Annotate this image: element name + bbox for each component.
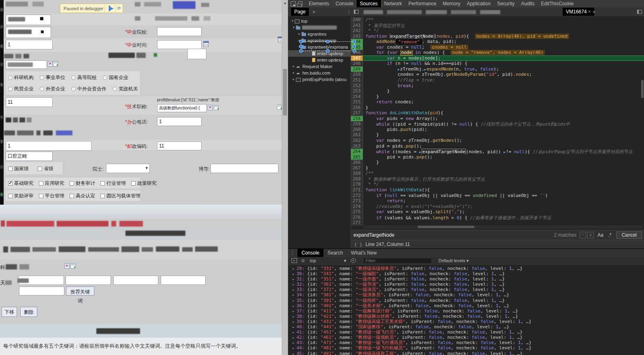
numeric-input[interactable]: [6, 141, 91, 151]
grad-school-input[interactable]: [157, 27, 202, 36]
tree-item-hm-baidu-com[interactable]: ▸hm.baidu.com: [288, 70, 351, 76]
checkbox-政策研究[interactable]: 政策研究: [131, 180, 157, 187]
postal-code-input[interactable]: [157, 141, 202, 150]
line-number[interactable]: 248: [351, 61, 363, 66]
tree-select-icon[interactable]: [70, 263, 75, 269]
tree-select-icon[interactable]: [53, 61, 58, 66]
line-number[interactable]: 268: [351, 171, 363, 176]
console-log-row[interactable]: ▸39: {id: "431", name: "教授级高级工艺美术师", isP…: [288, 319, 644, 324]
code-line-252[interactable]: 252 break;: [351, 83, 644, 89]
tree-item-request-maker[interactable]: ▸Request Maker: [288, 63, 351, 70]
tree-expand-arrow-icon[interactable]: ▾: [291, 24, 296, 31]
grad-time-input[interactable]: [157, 40, 202, 49]
clear-console-icon[interactable]: ⊘: [301, 258, 305, 263]
code-line-271[interactable]: 271function linkWithData(){: [351, 187, 644, 193]
line-number[interactable]: 251: [351, 77, 363, 83]
inspect-element-icon[interactable]: [291, 1, 296, 6]
selection-handle[interactable]: [326, 49, 329, 53]
line-number[interactable]: 257: [351, 110, 363, 116]
code-line-275[interactable]: 275 var values = valueObj.split(",");: [351, 209, 644, 215]
more-options-icon[interactable]: ⋮: [346, 9, 351, 15]
code-line-272[interactable]: 272 if (null == valueObj || valueObj == …: [351, 193, 644, 199]
console-log-row[interactable]: ▸35: {id: "391", name: "一级指挥", isParent:…: [288, 297, 644, 303]
editor-vertical-scrollbar[interactable]: [641, 17, 644, 222]
line-number[interactable]: 269: [351, 176, 363, 182]
line-number[interactable]: 255: [351, 99, 363, 105]
tree-item-enter-updexp[interactable]: enter-updexp: [288, 50, 351, 57]
code-line-249[interactable]: 249 ▶zTreeObj.▶expandNode(n, true, false…: [351, 66, 644, 72]
tree-item-top[interactable]: ▾top: [288, 18, 351, 24]
code-line-266[interactable]: 266 }: [351, 160, 644, 165]
line-number[interactable]: 272: [351, 193, 363, 199]
checkbox-财务审计[interactable]: 财务审计: [70, 180, 95, 187]
code-line-260[interactable]: 260 pids.push(pid);: [351, 127, 644, 133]
code-line-251[interactable]: 251 //flag = true;: [351, 77, 644, 83]
file-tab-vm16674[interactable]: VM16674 ×: [563, 8, 594, 16]
keyword-input-5[interactable]: [19, 287, 64, 295]
checkbox-国家级[interactable]: 国家级: [8, 165, 29, 172]
line-number[interactable]: 250: [351, 72, 363, 77]
devtools-tab-performance[interactable]: Performance: [405, 0, 440, 7]
match-case-toggle[interactable]: Aa: [597, 232, 604, 238]
devtools-tab-elements[interactable]: Elements: [306, 0, 332, 7]
radio-中外合资合作[interactable]: 中外合资合作: [71, 86, 106, 92]
overflow-chevron[interactable]: »: [312, 9, 315, 15]
line-number[interactable]: 267: [351, 165, 363, 171]
checkbox-平台管理[interactable]: 平台管理: [39, 192, 64, 199]
tree-expand-arrow-icon[interactable]: ▸: [291, 63, 296, 70]
tree-expand-arrow-icon[interactable]: ▾: [290, 18, 295, 24]
code-line-270[interactable]: 270 * */: [351, 182, 644, 187]
breakpoint-line-number[interactable]: 249: [351, 66, 363, 72]
code-line-255[interactable]: 255 return cnodes;: [351, 99, 644, 105]
overflow-chevron[interactable]: »: [593, 9, 595, 15]
calendar-icon[interactable]: [203, 41, 209, 47]
line-number[interactable]: 270: [351, 182, 363, 187]
code-line-267[interactable]: 267}: [351, 165, 644, 171]
log-levels-dropdown[interactable]: Default levels ▾: [438, 258, 469, 263]
console-log-row[interactable]: ▸32: {id: "361", name: "一级导演", isParent:…: [288, 281, 644, 287]
panel-toggle-icon[interactable]: [637, 10, 642, 14]
selection-handle[interactable]: [326, 40, 329, 43]
console-log-row[interactable]: ▸37: {id: "411", name: "一级舞美设计师", isPare…: [288, 308, 644, 313]
picker-icon[interactable]: ✕: [64, 263, 69, 269]
console-log-row[interactable]: ▸43: {id: "471", name: "教授级一级飞行通讯员", isP…: [288, 340, 644, 345]
checkbox-园区与载体管理[interactable]: 园区与载体管理: [100, 192, 140, 199]
toggle-navigator-icon[interactable]: [354, 10, 359, 14]
code-line-242[interactable]: 242 * */: [351, 28, 644, 34]
line-number[interactable]: 262: [351, 138, 363, 143]
console-log-row[interactable]: ▸31: {id: "351", name: "一级作曲", isParent:…: [288, 276, 644, 281]
code-line-265[interactable]: 265 pid = pids.pop();: [351, 154, 644, 160]
radio-外资企业[interactable]: 外资企业: [40, 86, 65, 92]
line-number[interactable]: 273: [351, 198, 363, 204]
code-line-273[interactable]: 273 return;: [351, 198, 644, 204]
line-number[interactable]: 240: [351, 17, 363, 23]
line-number[interactable]: 276: [351, 215, 363, 220]
editor-horizontal-scrollbar[interactable]: [363, 225, 642, 229]
code-line-261[interactable]: 261 }: [351, 132, 644, 138]
devtools-tab-network[interactable]: Network: [381, 0, 405, 7]
checkbox-基础研究[interactable]: 基础研究: [8, 180, 34, 187]
devtools-tab-security[interactable]: Security: [494, 0, 518, 7]
code-line-269[interactable]: 269 * 数据和树节点同步展示，打开当前数据节点的所有父节点: [351, 176, 644, 182]
console-log-row[interactable]: ▸38: {id: "421", name: "教授级舞台技师", isPare…: [288, 313, 644, 319]
console-log-row[interactable]: ▸29: {id: "331", name: "教授级高级报务员", isPar…: [288, 265, 644, 271]
scrollbar-thumb[interactable]: [418, 226, 474, 228]
resume-script-icon[interactable]: ▐▶: [107, 6, 113, 11]
pretty-print-icon[interactable]: { }: [354, 242, 362, 247]
radio-事业单位[interactable]: 事业单位: [40, 74, 65, 81]
line-number[interactable]: 277: [351, 220, 363, 226]
code-line-240[interactable]: 240/**: [351, 17, 644, 23]
specialty-input[interactable]: [6, 152, 53, 161]
code-line-264[interactable]: 264 while ((nodes = ▶expandTargetNode(no…: [351, 149, 644, 154]
breakpoint-line-number[interactable]: 265: [351, 154, 363, 160]
console-log-row[interactable]: ▸40: {id: "441", name: "国家级教练", isParent…: [288, 324, 644, 329]
radio-国有企业[interactable]: 国有企业: [103, 74, 128, 81]
keyword-input-2[interactable]: [66, 276, 111, 285]
radio-党政机关[interactable]: 党政机关: [113, 86, 138, 92]
line-number[interactable]: 252: [351, 83, 363, 89]
line-number[interactable]: 242: [351, 28, 363, 34]
tree-item-enter-updexp[interactable]: enter-updexp: [288, 57, 351, 63]
console-log-row[interactable]: ▸33: {id: "371", name: "一级演员", isParent:…: [288, 287, 644, 292]
selection-handle[interactable]: [299, 49, 303, 53]
scrollbar-thumb[interactable]: [283, 69, 287, 115]
